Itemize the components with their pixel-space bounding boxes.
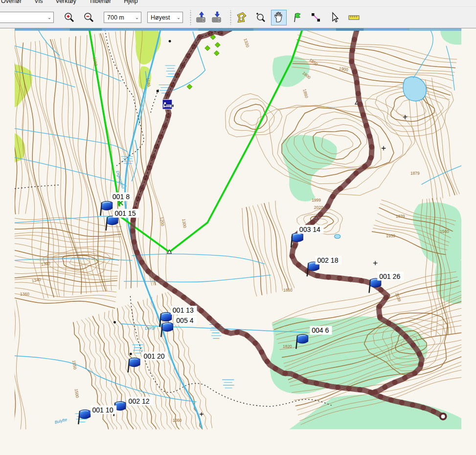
svg-text:2020: 2020 [314,205,323,210]
svg-text:1360: 1360 [20,292,29,296]
svg-text:003 14: 003 14 [299,226,320,233]
chevron-down-icon: ⌄ [175,15,182,20]
svg-text:001 13: 001 13 [173,306,194,314]
svg-text:001 26: 001 26 [379,273,400,280]
map-canvas[interactable]: 1140 1160 1200 1300 1300 1340 1360 1550 … [0,28,476,455]
track-end-point [439,412,447,420]
pan-tool-button[interactable] [271,10,287,25]
svg-text:1999: 1999 [312,198,321,203]
chevron-down-icon: ⌄ [45,15,53,20]
svg-text:002 12: 002 12 [129,397,150,405]
svg-text:001 8: 001 8 [113,193,130,201]
toolbar: ⌄ 700 m⌄ Høyest⌄ [0,6,476,28]
menu-transfer[interactable]: Overfør [1,0,22,4]
svg-text:1820: 1820 [283,344,292,349]
select-tool-button[interactable] [327,10,342,25]
svg-text:004 6: 004 6 [312,326,329,334]
zoom-in-button[interactable] [62,10,77,25]
map-top-edge [15,28,461,31]
send-to-device-icon [195,11,208,24]
toolbar-separator [189,10,192,25]
receive-from-device-button[interactable] [209,10,225,25]
area-tool-icon [236,12,248,23]
cursor-arrow-icon [329,12,340,23]
chevron-down-icon: ⌄ [133,15,141,20]
topo-map: 1140 1160 1200 1300 1300 1340 1360 1550 … [0,28,476,455]
zoom-tool-button[interactable] [252,10,268,25]
svg-text:002 18: 002 18 [317,256,338,264]
map-background [15,28,461,455]
svg-text:1560: 1560 [440,229,449,234]
svg-text:1879: 1879 [410,171,420,176]
send-to-device-button[interactable] [194,10,209,25]
menu-accessories[interactable]: Tilbehør [89,0,111,4]
pan-tool-icon [272,11,285,24]
mapsource-window: Overfør Vis Verktøy Tilbehør Hjelp ⌄ [0,0,476,455]
map-scale-combobox[interactable]: 700 m⌄ [104,12,141,23]
route-tool-icon [310,12,322,23]
zoom-in-icon [64,12,75,23]
map-detail-combobox[interactable]: Høyest⌄ [147,12,183,23]
lodging-icon[interactable] [162,100,172,110]
area-tool-button[interactable] [234,10,249,25]
measure-tool-button[interactable] [346,10,362,25]
svg-text:1939: 1939 [386,233,395,238]
route-tool-button[interactable] [308,10,324,25]
menu-view[interactable]: Vis [34,0,43,4]
svg-text:Leirgr: Leirgr [145,325,156,331]
zoom-tool-icon [254,12,266,23]
svg-text:001 15: 001 15 [114,209,136,217]
svg-text:001 20: 001 20 [144,352,165,360]
receive-from-device-icon [211,11,224,24]
toolbar-separator [229,10,232,25]
svg-text:005 4: 005 4 [176,317,193,324]
svg-text:1860: 1860 [283,288,293,293]
svg-text:1360: 1360 [173,418,182,423]
zoom-out-icon [83,12,95,23]
zoom-out-button[interactable] [81,10,97,25]
waypoint-tool-button[interactable] [290,10,305,25]
menu-tools[interactable]: Verktøy [56,0,76,4]
svg-text:001 10: 001 10 [92,406,113,414]
find-combobox[interactable]: ⌄ [0,12,54,23]
menu-help[interactable]: Hjelp [124,0,138,4]
waypoint-flag-icon [292,12,303,23]
menu-bar: Overfør Vis Verktøy Tilbehør Hjelp [0,0,476,6]
svg-text:1839: 1839 [396,214,405,219]
ruler-icon [348,12,361,23]
